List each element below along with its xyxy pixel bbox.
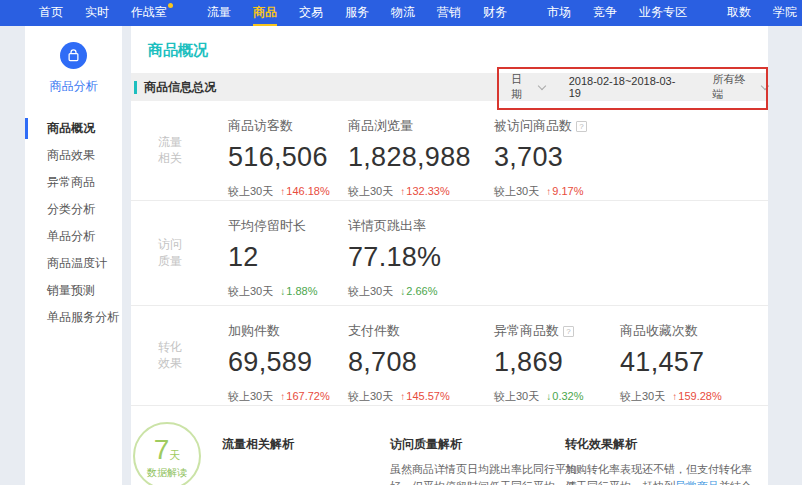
- terminal-filter-dropdown[interactable]: 所有终端: [713, 72, 768, 102]
- page-title: 商品概况: [131, 26, 768, 73]
- trend-arrow-icon: ↑: [546, 186, 551, 197]
- trend-arrow-icon: ↑: [672, 391, 677, 402]
- insights-section: 7天 数据解读 流量相关解析 访问质量解析 虽然商品详情页日均跳出率比同行平均好…: [131, 406, 768, 485]
- sidebar-item-single-product-analysis[interactable]: 单品分析: [25, 223, 122, 250]
- date-range-value[interactable]: 2018-02-18~2018-03-19: [569, 75, 687, 99]
- metric-value: 516,506: [228, 142, 330, 173]
- insight-column-visit-quality: 访问质量解析 虽然商品详情页日均跳出率比同行平均好，但平均停留时间低于同行平均，…: [390, 436, 580, 485]
- nav-item-logistics[interactable]: 物流: [391, 0, 415, 26]
- metric-value: 77.18%: [348, 242, 441, 273]
- help-icon[interactable]: ?: [576, 121, 587, 132]
- metric-value: 3,703: [494, 142, 587, 173]
- nav-item-war-room[interactable]: 作战室: [131, 0, 167, 26]
- nav-item-trade[interactable]: 交易: [299, 0, 323, 26]
- metric-delta: 较上30天 ↑132.33%: [348, 184, 471, 199]
- sidebar-item-abnormal-products[interactable]: 异常商品: [25, 169, 122, 196]
- sidebar-item-category-analysis[interactable]: 分类分析: [25, 196, 122, 223]
- metric-value: 1,828,988: [348, 142, 471, 173]
- insight-body: 加购转化率表现还不错，但支付转化率低于同行平均，赶快到异常商品并结合使用商品温度…: [565, 461, 755, 485]
- trend-arrow-icon: ↓: [546, 391, 551, 402]
- nav-item-finance[interactable]: 财务: [483, 0, 507, 26]
- nav-item-realtime[interactable]: 实时: [85, 0, 109, 26]
- metric-group-label: 流量相关: [158, 134, 182, 168]
- sidebar-item-product-overview[interactable]: 商品概况: [25, 115, 122, 142]
- nav-item-marketing[interactable]: 营销: [437, 0, 461, 26]
- nav-item-home[interactable]: 首页: [39, 0, 63, 26]
- filter-toolbar: 日期 2018-02-18~2018-03-19 所有终端: [511, 73, 768, 101]
- nav-item-data-fetch[interactable]: 取数: [727, 0, 751, 26]
- metric-delta: 较上30天 ↓1.88%: [228, 284, 318, 299]
- terminal-filter-value: 所有终端: [713, 72, 757, 102]
- metric-value: 69,589: [228, 347, 330, 378]
- metric-card: 商品访客数 516,506 较上30天 ↑146.18%: [228, 117, 330, 199]
- sidebar-panel-title: 商品分析: [25, 78, 122, 95]
- metric-card: 加购件数 69,589 较上30天 ↑167.72%: [228, 322, 330, 404]
- metric-group-visit-quality: 访问质量 平均停留时长 12 较上30天 ↓1.88% 详情页跳出率 77.18…: [131, 201, 768, 306]
- main-content: 商品概况 商品信息总况 日期 2018-02-18~2018-03-19 所有终…: [131, 26, 768, 485]
- nav-item-business-zone[interactable]: 业务专区: [639, 0, 687, 26]
- trend-arrow-icon: ↑: [280, 391, 285, 402]
- data-interpretation-badge: 7天 数据解读: [133, 422, 201, 485]
- sidebar: 商品分析 商品概况 商品效果 异常商品 分类分析 单品分析 商品温度计 销量预测…: [25, 26, 122, 485]
- metric-label: 商品浏览量: [348, 117, 413, 135]
- insight-title: 访问质量解析: [390, 436, 580, 453]
- metric-label: 商品访客数: [228, 117, 293, 135]
- metric-card: 被访问商品数? 3,703 较上30天 ↑9.17%: [494, 117, 587, 199]
- metric-group-conversion: 转化效果 加购件数 69,589 较上30天 ↑167.72% 支付件数 8,7…: [131, 306, 768, 406]
- insight-body: 虽然商品详情页日均跳出率比同行平均好，但平均停留时间低于同行平均，请关注页面搭配…: [390, 461, 580, 485]
- nav-item-product[interactable]: 商品: [253, 0, 277, 26]
- nav-item-competition[interactable]: 竞争: [593, 0, 617, 26]
- insight-title: 转化效果解析: [565, 436, 755, 453]
- sidebar-item-product-thermometer[interactable]: 商品温度计: [25, 250, 122, 277]
- metric-group-label: 访问质量: [158, 236, 182, 270]
- metric-delta: 较上30天 ↓0.32%: [494, 389, 584, 404]
- sidebar-item-single-product-service[interactable]: 单品服务分析: [25, 304, 122, 331]
- sidebar-item-product-effect[interactable]: 商品效果: [25, 142, 122, 169]
- metric-card: 商品浏览量 1,828,988 较上30天 ↑132.33%: [348, 117, 471, 199]
- section-title: 商品信息总况: [144, 79, 216, 96]
- metric-card: 商品收藏次数 41,457 较上30天 ↑159.28%: [620, 322, 722, 404]
- metric-label: 加购件数: [228, 322, 280, 340]
- trend-arrow-icon: ↓: [400, 286, 405, 297]
- date-filter-dropdown[interactable]: 日期: [511, 72, 545, 102]
- chevron-down-icon: [761, 81, 769, 89]
- metric-card: 平均停留时长 12 较上30天 ↓1.88%: [228, 217, 318, 299]
- trend-arrow-icon: ↑: [400, 391, 405, 402]
- section-header-bar: 商品信息总况 日期 2018-02-18~2018-03-19 所有终端: [131, 73, 768, 101]
- metric-label: 详情页跳出率: [348, 217, 426, 235]
- metric-card: 异常商品数? 1,869 较上30天 ↓0.32%: [494, 322, 584, 404]
- nav-item-traffic[interactable]: 流量: [207, 0, 231, 26]
- insight-title: 流量相关解析: [222, 436, 412, 453]
- abnormal-products-link[interactable]: 异常商品: [675, 480, 719, 485]
- sidebar-menu: 商品概况 商品效果 异常商品 分类分析 单品分析 商品温度计 销量预测 单品服务…: [25, 115, 122, 331]
- trend-arrow-icon: ↑: [400, 186, 405, 197]
- metric-delta: 较上30天 ↑146.18%: [228, 184, 330, 199]
- metric-delta: 较上30天 ↑145.57%: [348, 389, 450, 404]
- metric-delta: 较上30天 ↑159.28%: [620, 389, 722, 404]
- help-icon[interactable]: ?: [563, 326, 574, 337]
- date-filter-label: 日期: [511, 72, 533, 102]
- metric-group-traffic: 流量相关 商品访客数 516,506 较上30天 ↑146.18% 商品浏览量 …: [131, 101, 768, 201]
- badge-days-number: 7: [154, 434, 170, 465]
- metric-delta: 较上30天 ↑9.17%: [494, 184, 587, 199]
- metric-label: 异常商品数: [494, 322, 559, 340]
- insight-column-traffic: 流量相关解析: [222, 436, 412, 453]
- sidebar-item-sales-forecast[interactable]: 销量预测: [25, 277, 122, 304]
- metric-value: 41,457: [620, 347, 722, 378]
- metric-card: 详情页跳出率 77.18% 较上30天 ↓2.66%: [348, 217, 441, 299]
- badge-days-unit: 天: [169, 449, 180, 461]
- badge-caption: 数据解读: [135, 466, 199, 480]
- metric-card: 支付件数 8,708 较上30天 ↑145.57%: [348, 322, 450, 404]
- nav-item-market[interactable]: 市场: [547, 0, 571, 26]
- section-accent-bar: [134, 81, 137, 94]
- metric-group-label: 转化效果: [158, 339, 182, 373]
- nav-item-academy[interactable]: 学院: [773, 0, 797, 26]
- nav-item-service[interactable]: 服务: [345, 0, 369, 26]
- trend-arrow-icon: ↑: [280, 186, 285, 197]
- metric-value: 1,869: [494, 347, 584, 378]
- metric-label: 被访问商品数: [494, 117, 572, 135]
- metric-delta: 较上30天 ↑167.72%: [228, 389, 330, 404]
- insight-column-conversion: 转化效果解析 加购转化率表现还不错，但支付转化率低于同行平均，赶快到异常商品并结…: [565, 436, 755, 485]
- shopping-bag-icon: [60, 42, 87, 69]
- trend-arrow-icon: ↓: [280, 286, 285, 297]
